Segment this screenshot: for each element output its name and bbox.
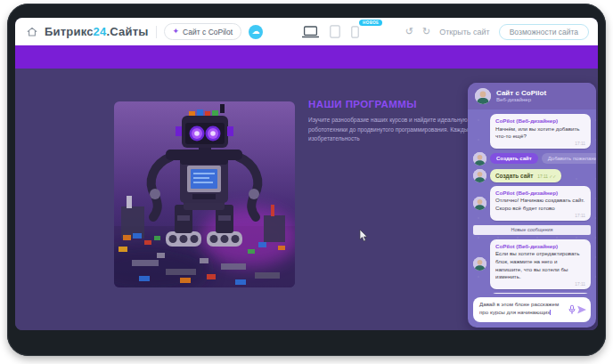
editor-screen: Битрикс24.Сайты ✦ Сайт с CoPilot ☁ — [15, 18, 598, 330]
message-time: 17:11 — [495, 142, 585, 146]
message-row: CoPilot (Веб-дизайнер) Начнём, или вы хо… — [473, 114, 591, 149]
message-text: Создать сайт — [495, 173, 533, 179]
home-icon[interactable] — [27, 27, 37, 37]
quick-reply-group: Создать сайт Добавить пожелание — [490, 153, 596, 164]
site-header-banner-block[interactable] — [15, 45, 598, 69]
lego-robot-illustration — [114, 101, 295, 287]
brand-accent: 24 — [94, 25, 107, 38]
toolbar-divider — [156, 26, 157, 38]
user-avatar — [473, 169, 486, 182]
open-site-link[interactable]: Открыть сайт — [439, 28, 490, 36]
site-features-button[interactable]: Возможности сайта — [499, 24, 589, 40]
message-row: Создать сайт 17:11 ✓✓ — [473, 169, 591, 182]
mouse-cursor — [359, 230, 368, 242]
user-message: Создать сайт 17:11 ✓✓ — [490, 169, 561, 182]
chat-footer: Давай в этом блоке расскажем про курсы д… — [468, 294, 596, 328]
site-canvas: НАШИ ПРОГРАММЫ Изучите разнообразие наши… — [15, 69, 598, 330]
chat-title: Сайт с CoPilot — [496, 89, 546, 98]
copilot-site-button[interactable]: ✦ Сайт с CoPilot — [164, 23, 242, 40]
device-view-switcher: НОВОЕ — [302, 25, 359, 38]
brand-prefix: Битрикс — [45, 25, 94, 38]
quick-reply-create-site[interactable]: Создать сайт — [490, 153, 538, 164]
copilot-site-label: Сайт с CoPilot — [183, 28, 233, 36]
new-badge: НОВОЕ — [359, 20, 382, 26]
new-messages-divider: Новые сообщения — [473, 225, 591, 235]
quick-replies-row: Создать сайт Добавить пожелание — [473, 152, 591, 166]
tablet-view-button[interactable] — [330, 25, 340, 38]
message-text: Если вы хотите отредактировать блок, наж… — [495, 250, 585, 281]
message-time: 17:11 ✓✓ — [537, 174, 556, 179]
copilot-message: CoPilot (Веб-дизайнер) Если вы хотите от… — [490, 239, 591, 289]
mobile-view-button[interactable]: НОВОЕ — [351, 26, 359, 38]
message-row: CoPilot (Веб-дизайнер) Отлично! Начинаю … — [473, 186, 591, 221]
read-checkmarks-icon: ✓✓ — [549, 174, 556, 179]
message-time: 17:11 — [495, 282, 585, 287]
cloud-icon[interactable]: ☁ — [249, 25, 263, 39]
editor-toolbar: Битрикс24.Сайты ✦ Сайт с CoPilot ☁ — [15, 18, 598, 45]
chat-header: Сайт с CoPilot Веб-дизайнер — [468, 83, 596, 109]
desktop-view-button[interactable] — [302, 26, 319, 38]
message-row: CoPilot (Веб-дизайнер) Если вы хотите от… — [473, 239, 591, 289]
redo-icon[interactable]: ↻ — [422, 27, 430, 36]
message-sender: CoPilot (Веб-дизайнер) — [495, 243, 585, 249]
sparkle-icon: ✦ — [173, 28, 180, 36]
undo-icon[interactable]: ↺ — [405, 27, 413, 36]
app-title: Битрикс24.Сайты — [45, 25, 149, 38]
chat-subtitle: Веб-дизайнер — [496, 97, 546, 103]
send-icon[interactable] — [577, 306, 586, 314]
quick-reply-add-wish[interactable]: Добавить пожелание — [542, 153, 596, 164]
text-caret — [550, 310, 551, 315]
copilot-message: CoPilot (Веб-дизайнер) Отлично! Начинаю … — [490, 186, 591, 221]
chat-input[interactable]: Давай в этом блоке расскажем про курсы д… — [473, 297, 591, 322]
copilot-avatar — [475, 88, 491, 104]
copilot-avatar — [473, 197, 486, 210]
brand-suffix: .Сайты — [106, 25, 148, 38]
toolbar-right-group: ↺ ↻ Открыть сайт Возможности сайта — [405, 24, 589, 40]
copilot-message: CoPilot (Веб-дизайнер) Начнём, или вы хо… — [490, 114, 591, 149]
chat-message-list[interactable]: CoPilot (Веб-дизайнер) Начнём, или вы хо… — [468, 109, 596, 294]
message-sender: CoPilot (Веб-дизайнер) — [495, 190, 585, 196]
laptop-frame: Битрикс24.Сайты ✦ Сайт с CoPilot ☁ — [7, 4, 606, 356]
copilot-avatar — [473, 152, 486, 166]
message-sender: CoPilot (Веб-дизайнер) — [495, 117, 585, 124]
message-text: Отлично! Начинаю создавать сайт. Скоро в… — [495, 197, 585, 212]
chat-title-group: Сайт с CoPilot Веб-дизайнер — [496, 89, 546, 104]
message-text: Начнём, или вы хотите добавить что-то ещ… — [495, 125, 585, 141]
microphone-icon[interactable] — [568, 305, 576, 315]
message-time: 17:11 — [495, 214, 585, 218]
copilot-chat-panel: Сайт с CoPilot Веб-дизайнер CoPilot (Веб… — [468, 83, 596, 328]
chat-input-value: Давай в этом блоке расскажем про курсы д… — [479, 301, 559, 315]
copilot-avatar — [473, 257, 486, 271]
robot-image-block[interactable] — [114, 101, 295, 287]
page-background: Битрикс24.Сайты ✦ Сайт с CoPilot ☁ — [0, 0, 613, 364]
